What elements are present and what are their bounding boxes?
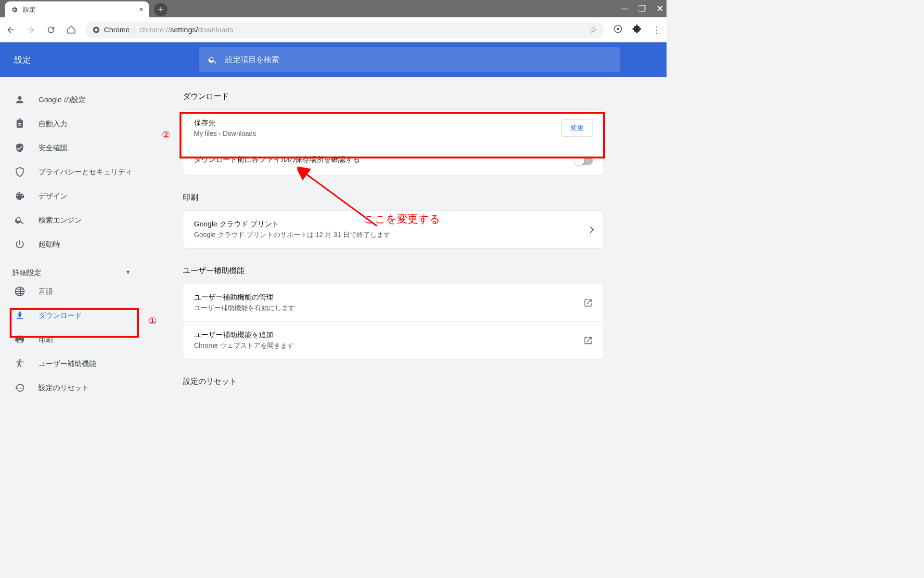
section-title-print: 印刷 bbox=[183, 193, 667, 203]
forward-button[interactable] bbox=[25, 25, 37, 35]
download-ask-toggle[interactable] bbox=[576, 157, 593, 165]
chevron-right-icon bbox=[587, 226, 594, 233]
browser-tab-active[interactable]: 設定 × bbox=[5, 1, 149, 17]
download-location-row: 保存先 My files › Downloads 変更 bbox=[183, 110, 603, 146]
download-location-label: 保存先 bbox=[194, 118, 256, 128]
sidebar-item-search-engine[interactable]: 検索エンジン bbox=[0, 208, 144, 232]
extensions-icon[interactable] bbox=[632, 24, 642, 36]
section-title-reset: 設定のリセット bbox=[183, 377, 667, 387]
annotation-number-2: ② bbox=[162, 129, 170, 141]
a11y-card: ユーザー補助機能の管理 ユーザー補助機能を有効にします ユーザー補助機能を追加 … bbox=[183, 284, 604, 359]
download-location-value: My files › Downloads bbox=[194, 130, 256, 137]
a11y-add-row[interactable]: ユーザー補助機能を追加 Chrome ウェブストアを開きます bbox=[183, 322, 603, 359]
open-external-icon bbox=[583, 336, 593, 345]
a11y-manage-label: ユーザー補助機能の管理 bbox=[194, 293, 295, 302]
download-ask-row: ダウンロード前に各ファイルの保存場所を確認する bbox=[183, 146, 603, 175]
window-controls: ─ ❐ ✕ bbox=[621, 0, 664, 17]
main-content: ダウンロード 保存先 My files › Downloads 変更 ダウンロー… bbox=[144, 77, 667, 418]
omnibox-url: chrome://settings/downloads bbox=[140, 26, 234, 34]
restore-icon bbox=[14, 382, 25, 393]
change-location-button[interactable]: 変更 bbox=[561, 119, 593, 137]
minimize-button[interactable]: ─ bbox=[621, 4, 628, 14]
sidebar-item-safety[interactable]: 安全確認 bbox=[0, 136, 144, 160]
download-card: 保存先 My files › Downloads 変更 ダウンロード前に各ファイ… bbox=[183, 109, 604, 175]
back-button[interactable] bbox=[5, 25, 16, 35]
annotation-number-1: ① bbox=[148, 315, 157, 327]
sidebar-item-print[interactable]: 印刷 bbox=[0, 328, 144, 352]
sidebar-item-language[interactable]: 言語 bbox=[0, 279, 144, 303]
close-window-button[interactable]: ✕ bbox=[656, 3, 664, 14]
power-icon bbox=[14, 239, 25, 250]
home-button[interactable] bbox=[65, 25, 77, 35]
chrome-icon bbox=[92, 26, 100, 34]
shield-check-icon bbox=[14, 143, 25, 153]
omnibox-site-label: Chrome bbox=[104, 26, 129, 34]
a11y-manage-sub: ユーザー補助機能を有効にします bbox=[194, 304, 295, 313]
settings-search[interactable]: 設定項目を検索 bbox=[199, 47, 620, 72]
tab-strip: 設定 × + ─ ❐ ✕ bbox=[0, 0, 667, 17]
chevron-down-icon: ▲ bbox=[125, 269, 131, 276]
person-icon bbox=[14, 94, 25, 105]
sidebar-advanced-toggle[interactable]: 詳細設定 ▲ bbox=[0, 256, 144, 279]
new-tab-button[interactable]: + bbox=[154, 3, 167, 16]
maximize-button[interactable]: ❐ bbox=[638, 3, 646, 14]
menu-button[interactable]: ⋮ bbox=[651, 24, 662, 36]
reload-button[interactable] bbox=[45, 25, 57, 35]
cloud-print-label: Google クラウド プリント bbox=[194, 220, 390, 229]
shield-icon bbox=[14, 167, 25, 177]
close-icon[interactable]: × bbox=[139, 5, 143, 14]
section-title-a11y: ユーザー補助機能 bbox=[183, 266, 667, 276]
sidebar-item-downloads[interactable]: ダウンロード bbox=[0, 303, 144, 328]
download-icon bbox=[14, 310, 25, 321]
bookmark-star-icon[interactable]: ☆ bbox=[590, 25, 597, 35]
sidebar: Google の設定 自動入力 安全確認 プライバシーとセキュリティ デザイン … bbox=[0, 77, 144, 418]
a11y-add-label: ユーザー補助機能を追加 bbox=[194, 330, 294, 340]
incognito-icon[interactable] bbox=[613, 24, 623, 36]
a11y-add-sub: Chrome ウェブストアを開きます bbox=[194, 342, 294, 350]
gear-icon bbox=[11, 6, 18, 13]
tab-title: 設定 bbox=[23, 5, 134, 14]
open-external-icon bbox=[583, 298, 593, 308]
search-icon bbox=[208, 55, 218, 65]
omnibox[interactable]: Chrome | chrome://settings/downloads ☆ bbox=[86, 22, 604, 38]
sidebar-item-appearance[interactable]: デザイン bbox=[0, 184, 144, 208]
accessibility-icon bbox=[14, 358, 25, 369]
clipboard-icon bbox=[14, 118, 25, 129]
search-icon bbox=[14, 215, 25, 225]
svg-point-3 bbox=[617, 27, 619, 30]
search-placeholder: 設定項目を検索 bbox=[225, 55, 279, 65]
a11y-manage-row[interactable]: ユーザー補助機能の管理 ユーザー補助機能を有効にします bbox=[183, 284, 603, 322]
sidebar-item-autofill[interactable]: 自動入力 bbox=[0, 112, 144, 136]
annotation-text: ここを変更する bbox=[364, 212, 440, 226]
printer-icon bbox=[14, 334, 25, 345]
sidebar-item-google[interactable]: Google の設定 bbox=[0, 88, 144, 112]
settings-header: 設定 設定項目を検索 bbox=[0, 42, 667, 77]
page-title: 設定 bbox=[14, 54, 31, 66]
browser-toolbar: Chrome | chrome://settings/downloads ☆ ⋮ bbox=[0, 17, 667, 42]
sidebar-item-reset[interactable]: 設定のリセット bbox=[0, 376, 144, 400]
sidebar-item-privacy[interactable]: プライバシーとセキュリティ bbox=[0, 160, 144, 184]
palette-icon bbox=[14, 191, 25, 201]
section-title-download: ダウンロード bbox=[183, 92, 667, 102]
globe-icon bbox=[14, 286, 25, 297]
sidebar-item-startup[interactable]: 起動時 bbox=[0, 232, 144, 256]
sidebar-item-accessibility[interactable]: ユーザー補助機能 bbox=[0, 352, 144, 376]
svg-point-1 bbox=[95, 28, 97, 31]
cloud-print-sub: Google クラウド プリントのサポートは 12 月 31 日で終了します bbox=[194, 231, 390, 239]
download-ask-label: ダウンロード前に各ファイルの保存場所を確認する bbox=[194, 155, 360, 164]
